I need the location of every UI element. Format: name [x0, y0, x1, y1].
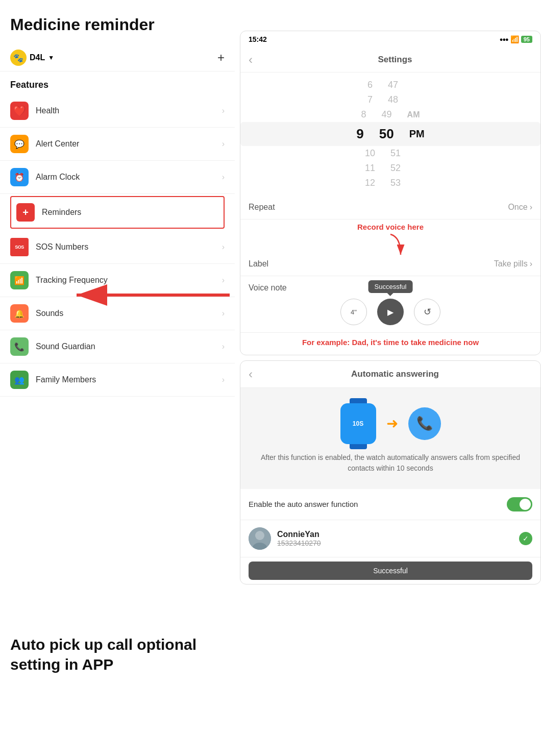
- sidebar-item-alert-center[interactable]: 💬 Alert Center ›: [0, 128, 235, 161]
- time-row-6: 6 47: [240, 78, 540, 92]
- sounds-icon: 🔔: [10, 304, 29, 323]
- nav-bar: ‹ Settings: [240, 47, 540, 72]
- settings-screen: 15:42 ●●● 📶 95 ‹ Settings 6 47 7 48: [240, 31, 541, 355]
- alert-center-icon: 💬: [10, 135, 29, 153]
- bottom-description: Auto pick up call optional setting in AP…: [10, 635, 214, 674]
- page-title: Medicine reminder: [0, 10, 235, 44]
- chevron-right-icon: ›: [222, 375, 225, 384]
- annotation-arrow: [370, 232, 411, 257]
- hour-10: 10: [365, 148, 375, 159]
- example-annotation: For example: Dad, it's time to take medi…: [240, 333, 540, 355]
- auto-answer-toggle-row: Enable the auto answer function: [240, 489, 540, 520]
- alarm-clock-icon: ⏰: [10, 168, 29, 186]
- min-48: 48: [388, 94, 398, 105]
- status-time: 15:42: [249, 35, 267, 43]
- arrow-icon: ➜: [386, 415, 398, 432]
- family-icon: 👥: [10, 371, 29, 389]
- sidebar-item-health[interactable]: ❤️ Health ›: [0, 94, 235, 128]
- reset-button[interactable]: ↺: [414, 299, 440, 325]
- duration-badge: 4'': [340, 299, 367, 325]
- hour-8: 8: [361, 109, 366, 120]
- chevron-right-icon: ›: [222, 139, 225, 149]
- back-button[interactable]: ‹: [249, 53, 253, 67]
- left-panel: Medicine reminder 🐾 D4L ▼ + Features ❤️ …: [0, 0, 235, 756]
- illustration-area: 10S ➜ 📞 After this function is enabled, …: [240, 388, 540, 489]
- contact-check-icon: ✓: [519, 532, 532, 545]
- reminders-icon: +: [16, 203, 35, 222]
- time-picker[interactable]: 6 47 7 48 8 49 AM 9 50 PM 10 51: [240, 72, 540, 196]
- voice-controls: 4'' Successful ▶ ↺: [249, 299, 532, 325]
- time-row-11: 11 52: [240, 161, 540, 176]
- avatar-icon: 🐾: [10, 50, 27, 66]
- chevron-right-icon: ›: [222, 342, 225, 351]
- sound-guardian-icon: 📞: [10, 337, 29, 356]
- chevron-right-icon: ›: [222, 106, 225, 115]
- sos-icon: SOS: [10, 238, 29, 256]
- arrow-annotation: [66, 280, 240, 312]
- time-row-8: 8 49 AM: [240, 107, 540, 122]
- dropdown-icon: ▼: [48, 54, 54, 61]
- auto-back-button[interactable]: ‹: [249, 367, 253, 381]
- min-53: 53: [390, 178, 401, 188]
- account-selector[interactable]: 🐾 D4L ▼: [10, 50, 54, 66]
- label-row[interactable]: Label Take pills ›: [240, 257, 540, 276]
- play-button[interactable]: Successful ▶: [377, 299, 404, 325]
- sidebar-item-label-family: Family Members: [36, 375, 222, 384]
- illustration-description: After this function is enabled, the watc…: [251, 452, 530, 474]
- time-row-9-selected: 9 50 PM: [240, 122, 540, 146]
- add-button[interactable]: +: [217, 51, 225, 65]
- signal-icon: ●●●: [500, 36, 508, 42]
- wifi-icon: 📶: [510, 35, 519, 43]
- health-icon: ❤️: [10, 102, 29, 120]
- auto-nav-title: Automatic answering: [258, 369, 532, 379]
- contact-row[interactable]: ConnieYan 15323410270 ✓: [240, 520, 540, 557]
- contact-info: ConnieYan 15323410270: [277, 530, 519, 547]
- phone-ringing-icon: 📞: [408, 407, 441, 440]
- auto-answering-screen: ‹ Automatic answering 10S ➜ 📞 After: [240, 360, 541, 584]
- bottom-success-tooltip: Successful: [249, 562, 532, 580]
- sidebar-item-alarm-clock[interactable]: ⏰ Alarm Clock ›: [0, 161, 235, 194]
- chevron-right-icon: ›: [222, 173, 225, 182]
- hour-11: 11: [365, 163, 375, 174]
- chevron-icon: ›: [530, 203, 532, 212]
- voice-note-section: Voice note 4'' Successful ▶ ↺: [240, 276, 540, 333]
- sidebar-item-label-reminders: Reminders: [42, 208, 218, 217]
- sidebar-item-reminders[interactable]: + Reminders: [10, 196, 225, 229]
- hour-6: 6: [367, 80, 373, 90]
- app-header: 🐾 D4L ▼ +: [0, 44, 235, 71]
- account-name: D4L: [30, 53, 45, 62]
- contact-phone: 15323410270: [277, 539, 519, 547]
- chevron-icon: ›: [530, 259, 532, 269]
- successful-tooltip: Successful: [368, 280, 413, 293]
- label-field-label: Label: [249, 259, 268, 269]
- chevron-right-icon: ›: [222, 242, 225, 252]
- label-row-container: Record voice here Label Take pills ›: [240, 220, 540, 276]
- auto-nav-bar: ‹ Automatic answering: [240, 361, 540, 388]
- repeat-value: Once ›: [508, 203, 532, 212]
- tracking-icon: 📶: [10, 271, 29, 289]
- watch-container: 10S: [340, 403, 376, 444]
- sidebar-item-sound-guardian[interactable]: 📞 Sound Guardian ›: [0, 330, 235, 363]
- sidebar-item-label-sos: SOS Numbers: [36, 242, 222, 252]
- repeat-label: Repeat: [249, 203, 275, 212]
- sidebar-item-sos[interactable]: SOS SOS Numbers ›: [0, 231, 235, 264]
- sidebar-item-family[interactable]: 👥 Family Members ›: [0, 363, 235, 397]
- min-52: 52: [390, 163, 401, 174]
- time-row-7: 7 48: [240, 92, 540, 107]
- features-heading: Features: [0, 71, 235, 94]
- status-icons: ●●● 📶 95: [500, 35, 532, 43]
- play-icon: ▶: [387, 307, 394, 317]
- hour-9: 9: [356, 126, 363, 142]
- time-row-12: 12 53: [240, 176, 540, 190]
- auto-answer-toggle[interactable]: [507, 497, 532, 511]
- min-47: 47: [388, 80, 398, 90]
- sidebar-item-label-health: Health: [36, 106, 222, 115]
- right-panel: 15:42 ●●● 📶 95 ‹ Settings 6 47 7 48: [240, 31, 541, 584]
- watch-phone-illustration: 10S ➜ 📞: [340, 403, 441, 444]
- watch-icon: 10S: [340, 403, 376, 444]
- repeat-row[interactable]: Repeat Once ›: [240, 196, 540, 220]
- hour-12: 12: [365, 178, 375, 188]
- nav-title: Settings: [258, 55, 532, 65]
- sidebar-item-label-alarm: Alarm Clock: [36, 173, 222, 182]
- status-bar: 15:42 ●●● 📶 95: [240, 31, 540, 47]
